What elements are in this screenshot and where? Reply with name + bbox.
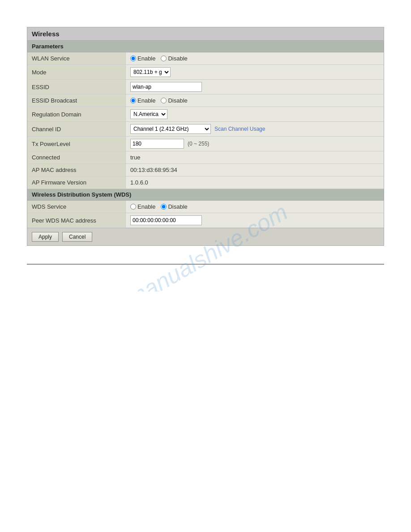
regulation-domain-value: N.America Europe Japan — [126, 107, 384, 121]
essid-broadcast-enable-label: Enable — [137, 97, 155, 104]
wds-enable-option[interactable]: Enable — [130, 203, 155, 210]
tx-powerlevel-value: (0 ~ 255) — [126, 137, 384, 151]
wds-disable-option[interactable]: Disable — [161, 203, 187, 210]
wlan-service-value: Enable Disable — [126, 52, 384, 64]
essid-broadcast-disable-label: Disable — [168, 97, 187, 104]
essid-broadcast-row: ESSID Broadcast Enable Disable — [27, 94, 384, 107]
wds-disable-radio[interactable] — [161, 204, 167, 210]
tx-powerlevel-label: Tx PowerLevel — [27, 137, 126, 151]
tx-powerlevel-row: Tx PowerLevel (0 ~ 255) — [27, 137, 384, 151]
channel-id-row: Channel ID Channel 1 (2.412 GHz) Channel… — [27, 122, 384, 137]
wlan-disable-label: Disable — [168, 55, 187, 62]
wds-disable-label: Disable — [168, 203, 187, 210]
mode-row: Mode 802.11b + g 802.11b 802.11g — [27, 65, 384, 80]
wlan-disable-option[interactable]: Disable — [161, 55, 187, 62]
wds-enable-label: Enable — [137, 203, 155, 210]
ap-mac-row: AP MAC address 00:13:d3:68:95:34 — [27, 164, 384, 176]
wds-service-label: WDS Service — [27, 201, 126, 213]
regulation-domain-select[interactable]: N.America Europe Japan — [130, 109, 167, 119]
channel-id-value: Channel 1 (2.412 GHz) Channel 2 (2.417 G… — [126, 122, 384, 136]
essid-broadcast-disable-option[interactable]: Disable — [161, 97, 187, 104]
connected-row: Connected true — [27, 151, 384, 164]
peer-wds-mac-label: Peer WDS MAC address — [27, 213, 126, 227]
essid-value — [126, 80, 384, 94]
ap-firmware-value: 1.0.6.0 — [126, 176, 384, 189]
wlan-service-radio-group: Enable Disable — [130, 55, 188, 62]
connected-label: Connected — [27, 151, 126, 163]
mode-label: Mode — [27, 65, 126, 79]
scan-channel-usage-link[interactable]: Scan Channel Usage — [214, 126, 265, 132]
peer-wds-mac-value — [126, 213, 384, 227]
wds-service-radio-group: Enable Disable — [130, 203, 188, 210]
essid-broadcast-label: ESSID Broadcast — [27, 94, 126, 107]
essid-broadcast-disable-radio[interactable] — [161, 98, 167, 103]
ap-mac-address: 00:13:d3:68:95:34 — [130, 167, 177, 173]
cancel-button[interactable]: Cancel — [62, 232, 92, 242]
wlan-enable-radio[interactable] — [130, 56, 136, 61]
wlan-enable-option[interactable]: Enable — [130, 55, 155, 62]
essid-broadcast-enable-radio[interactable] — [130, 98, 136, 103]
tx-powerlevel-hint: (0 ~ 255) — [188, 141, 209, 147]
peer-wds-mac-input[interactable] — [130, 215, 202, 225]
peer-wds-mac-row: Peer WDS MAC address — [27, 213, 384, 228]
wlan-service-label: WLAN Service — [27, 52, 126, 64]
essid-broadcast-enable-option[interactable]: Enable — [130, 97, 155, 104]
wds-service-row: WDS Service Enable Disable — [27, 201, 384, 213]
essid-input[interactable] — [130, 82, 202, 92]
essid-row: ESSID — [27, 80, 384, 94]
ap-firmware-label: AP Firmware Version — [27, 176, 126, 189]
wds-section-header: Wireless Distribution System (WDS) — [27, 189, 384, 201]
connected-value: true — [126, 151, 384, 163]
buttons-row: Apply Cancel — [27, 228, 384, 245]
apply-button[interactable]: Apply — [32, 232, 59, 242]
mode-value: 802.11b + g 802.11b 802.11g — [126, 65, 384, 79]
channel-id-select[interactable]: Channel 1 (2.412 GHz) Channel 2 (2.417 G… — [130, 124, 211, 134]
wlan-enable-label: Enable — [137, 55, 155, 62]
essid-broadcast-radio-group: Enable Disable — [130, 97, 188, 104]
wireless-config-table: Wireless Parameters WLAN Service Enable … — [27, 27, 384, 246]
regulation-domain-label: Regulation Domain — [27, 107, 126, 121]
ap-mac-value: 00:13:d3:68:95:34 — [126, 164, 384, 176]
wlan-service-row: WLAN Service Enable Disable — [27, 52, 384, 65]
ap-firmware-version: 1.0.6.0 — [130, 179, 148, 186]
wds-enable-radio[interactable] — [130, 204, 136, 210]
wlan-disable-radio[interactable] — [161, 56, 167, 61]
essid-label: ESSID — [27, 80, 126, 94]
mode-select[interactable]: 802.11b + g 802.11b 802.11g — [130, 67, 171, 77]
ap-mac-label: AP MAC address — [27, 164, 126, 176]
parameters-section-header: Parameters — [27, 41, 384, 52]
ap-firmware-row: AP Firmware Version 1.0.6.0 — [27, 176, 384, 189]
essid-broadcast-value: Enable Disable — [126, 94, 384, 107]
connected-status: true — [130, 154, 140, 161]
page-title: Wireless — [27, 27, 384, 41]
wds-service-value: Enable Disable — [126, 201, 384, 213]
channel-id-label: Channel ID — [27, 122, 126, 136]
tx-powerlevel-input[interactable] — [130, 139, 184, 149]
regulation-domain-row: Regulation Domain N.America Europe Japan — [27, 107, 384, 122]
bottom-rule — [27, 264, 384, 265]
